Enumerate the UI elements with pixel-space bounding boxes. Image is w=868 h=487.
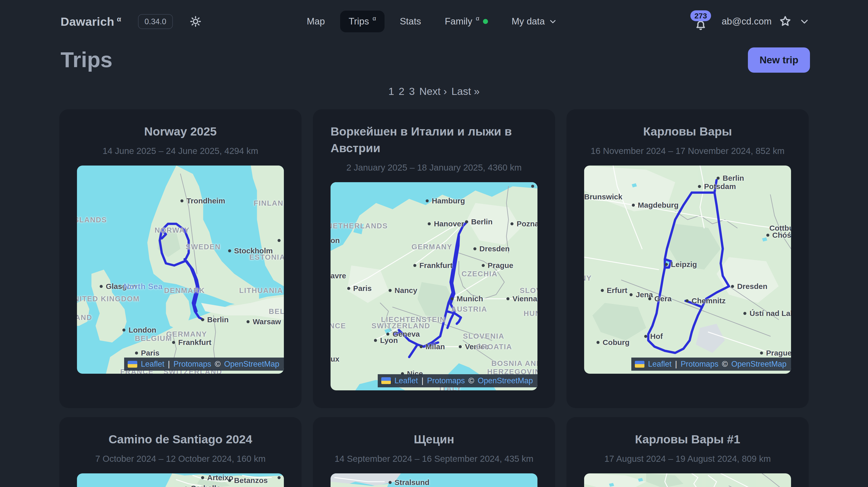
trip-dates: 7 October 2024 – 12 October 2024, 160 km — [77, 454, 284, 464]
map-city-label: Hanover — [428, 220, 464, 227]
openstreetmap-link[interactable]: OpenStreetMap — [731, 360, 786, 369]
city-dot — [428, 222, 431, 225]
new-trip-button[interactable]: New trip — [748, 48, 810, 73]
map-city-label: avre — [331, 272, 346, 280]
map-label-text: LAND — [77, 314, 92, 321]
bell-icon — [694, 19, 708, 33]
leaflet-link[interactable]: Leaflet — [394, 376, 418, 385]
chevron-down-icon — [548, 17, 557, 26]
map-label-text: Prague — [766, 349, 791, 357]
map-city-label: Poznan — [510, 220, 537, 227]
map-label-text: BOSNIA AND — [491, 360, 537, 367]
map-label-text: Vienna — [513, 295, 537, 303]
map-label-text: Erfurt — [607, 287, 627, 294]
trip-map[interactable]: BerlinPotsdamBrunswickMagdeburgCottbus -… — [584, 165, 791, 374]
notifications-button[interactable]: 273 — [690, 10, 711, 33]
city-dot — [510, 222, 514, 225]
map-label-text: on — [331, 237, 340, 244]
ukraine-flag-icon — [635, 361, 645, 368]
map-label-text: SLOVENIA — [463, 333, 504, 340]
map-label-text: Magdeburg — [638, 201, 679, 209]
nav-item-trips[interactable]: Tripsα — [340, 10, 385, 32]
version-badge: 0.34.0 — [138, 14, 173, 29]
city-dot — [278, 239, 281, 242]
trip-map[interactable]: StralsundLeaflet|Protomaps©OpenStreetMap — [331, 474, 537, 487]
map-label-text: Berlin — [207, 316, 228, 324]
map-label-text: ANCE — [331, 322, 346, 330]
trip-title[interactable]: Щецин — [331, 431, 537, 448]
map-city-label: ux — [331, 355, 339, 363]
map-country-label: NY — [584, 274, 592, 282]
trip-title[interactable]: Воркейшен в Италии и лыжи в Австрии — [331, 123, 537, 156]
protomaps-link[interactable]: Protomaps — [681, 360, 718, 369]
page-title: Trips — [61, 48, 810, 72]
map-attribution: Leaflet|Protomaps©OpenStreetMap — [124, 358, 284, 371]
nav-item-my-data[interactable]: My data — [503, 10, 566, 32]
map-label-text: Munich — [457, 295, 483, 303]
trip-title[interactable]: Norway 2025 — [77, 123, 284, 140]
map-label-text: Berlin — [471, 218, 493, 225]
map-label-text: Brunswick — [584, 193, 622, 201]
pagination-link[interactable]: Next › — [420, 86, 447, 97]
nav-item-family[interactable]: Familyα — [436, 10, 497, 32]
map-label-text: Leipzig — [671, 261, 697, 268]
trip-map[interactable]: Leaflet|Protomaps©OpenStreetMap — [584, 474, 791, 487]
map-attribution: Leaflet|Protomaps©OpenStreetMap — [378, 374, 537, 387]
ukraine-flag-icon — [381, 377, 391, 384]
map-country-label: ANCE — [331, 322, 346, 330]
city-dot — [506, 297, 509, 300]
leaflet-link[interactable]: Leaflet — [141, 360, 164, 369]
star-icon[interactable] — [779, 15, 792, 28]
map-label-text: Dresden — [737, 283, 767, 290]
trip-title[interactable]: Camino de Santiago 2024 — [77, 431, 284, 448]
openstreetmap-link[interactable]: OpenStreetMap — [478, 376, 533, 385]
map-city-label: Frankfurt — [172, 339, 212, 346]
nav-item-stats[interactable]: Stats — [391, 10, 430, 32]
map-country-label: UNITED KINGDOM — [77, 295, 140, 303]
city-dot — [644, 335, 647, 338]
map-label-text: Poznan — [517, 220, 537, 227]
city-dot — [698, 185, 701, 188]
map-label-text: Frankfurt — [420, 262, 453, 269]
app-logo[interactable]: Dawarichα — [61, 14, 121, 29]
copyright-symbol: © — [468, 376, 474, 385]
nav-item-label: My data — [512, 16, 545, 27]
map-city-label: Berlin — [717, 174, 744, 182]
trip-title[interactable]: Карловы Вары #1 — [584, 431, 791, 448]
map-city-label: Hamburg — [426, 197, 465, 205]
map-label-text: Carballo — [190, 485, 221, 487]
nav-item-map[interactable]: Map — [298, 10, 334, 32]
city-dot — [172, 341, 175, 344]
map-label-text: NY — [584, 274, 592, 282]
pagination-link[interactable]: 3 — [409, 86, 415, 97]
pagination-link[interactable]: 2 — [399, 86, 404, 97]
protomaps-link[interactable]: Protomaps — [173, 360, 211, 369]
pagination-link[interactable]: 1 — [388, 86, 394, 97]
nav-item-label: Trips — [349, 16, 369, 27]
trip-title[interactable]: Карловы Вары — [584, 123, 791, 140]
map-country-label: CROATIA — [476, 343, 512, 350]
trip-map[interactable]: GdHamburgNETHERLANDSHanoverBerlinPoznano… — [331, 182, 537, 390]
leaflet-link[interactable]: Leaflet — [648, 360, 672, 369]
user-menu-chevron-down-icon[interactable] — [799, 16, 810, 27]
city-dot — [766, 234, 769, 237]
trip-map[interactable]: ArteixoBetanzosVilaCarballoLeaflet|Proto… — [77, 474, 284, 487]
map-city-label: Berlin — [201, 316, 228, 324]
navbar-right: 273 ab@cd.com — [690, 10, 810, 33]
trip-card: Карловы Вары 16 November 2024 – 17 Novem… — [566, 109, 809, 408]
map-label-text: ux — [331, 355, 339, 363]
protomaps-link[interactable]: Protomaps — [427, 376, 465, 385]
theme-toggle-sun-icon[interactable] — [189, 16, 202, 28]
map-label-text: Nancy — [395, 287, 417, 294]
map-country-label: LAND — [77, 314, 92, 321]
trip-dates: 2 January 2025 – 18 January 2025, 4360 k… — [331, 162, 537, 173]
map-city-label: Potsdam — [698, 183, 736, 190]
pagination-link[interactable]: Last » — [452, 86, 480, 97]
notification-count-badge: 273 — [690, 10, 711, 21]
map-city-label: Munich — [451, 295, 483, 303]
city-dot — [347, 287, 350, 290]
trip-map[interactable]: E ISLANDSFINLANDTrondheimNORWAYHelsinSWE… — [77, 165, 284, 374]
map-label-text: FINLAND — [254, 199, 284, 207]
map-country-label: AUSTRIA — [451, 306, 487, 313]
openstreetmap-link[interactable]: OpenStreetMap — [224, 360, 279, 369]
